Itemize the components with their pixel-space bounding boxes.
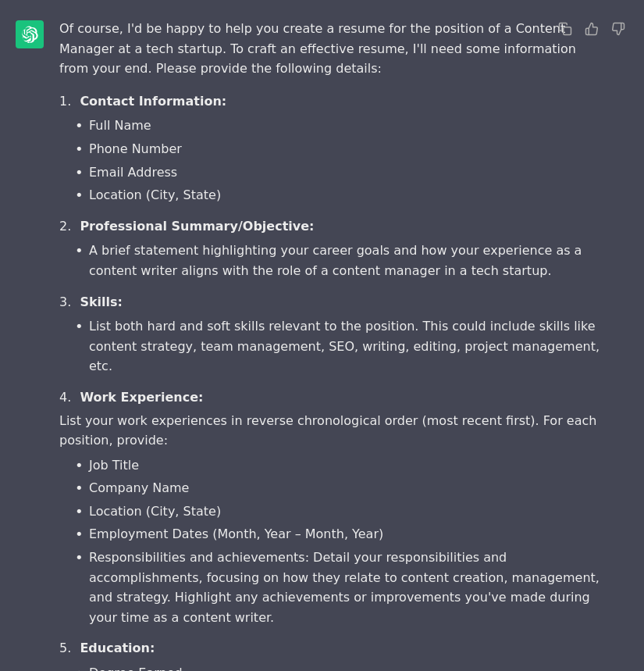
action-icons-group [555, 19, 628, 39]
list-item: Location (City, State) [75, 501, 606, 522]
list-item: Full Name [75, 116, 606, 136]
thumbs-down-button[interactable] [608, 19, 628, 39]
education-items: Degree Earned Major (if applicable) Univ… [59, 663, 606, 671]
section-skills-title: Skills: [80, 294, 123, 309]
message-container: Of course, I'd be happy to help you crea… [0, 0, 644, 671]
section-contact: Contact Information: Full Name Phone Num… [59, 91, 606, 205]
list-item: Phone Number [75, 139, 606, 159]
copy-button[interactable] [555, 19, 575, 39]
svg-rect-0 [564, 27, 571, 35]
list-item: Degree Earned [75, 663, 606, 671]
summary-items: A brief statement highlighting your care… [59, 241, 606, 280]
work-items: Job Title Company Name Location (City, S… [59, 455, 606, 628]
list-item: A brief statement highlighting your care… [75, 241, 606, 280]
thumbs-up-button[interactable] [582, 19, 602, 39]
section-work: Work Experience: List your work experien… [59, 387, 606, 628]
list-item: Job Title [75, 455, 606, 476]
list-item: Location (City, State) [75, 185, 606, 205]
list-item: Employment Dates (Month, Year – Month, Y… [75, 524, 606, 544]
list-item: Responsibilities and achievements: Detai… [75, 548, 606, 627]
work-description: List your work experiences in reverse ch… [59, 411, 606, 451]
contact-items: Full Name Phone Number Email Address Loc… [59, 116, 606, 205]
list-item: Company Name [75, 478, 606, 498]
section-contact-title: Contact Information: [80, 94, 226, 109]
skills-items: List both hard and soft skills relevant … [59, 316, 606, 377]
chatgpt-avatar [16, 20, 44, 48]
intro-paragraph: Of course, I'd be happy to help you crea… [59, 19, 606, 79]
section-summary-title: Professional Summary/Objective: [80, 219, 314, 234]
section-summary: Professional Summary/Objective: A brief … [59, 216, 606, 281]
section-education-title: Education: [80, 641, 155, 655]
message-body: Of course, I'd be happy to help you crea… [59, 19, 606, 671]
section-education: Education: Degree Earned Major (if appli… [59, 638, 606, 671]
list-item: List both hard and soft skills relevant … [75, 316, 606, 377]
section-skills: Skills: List both hard and soft skills r… [59, 292, 606, 377]
sections-list: Contact Information: Full Name Phone Num… [59, 91, 606, 671]
section-work-title: Work Experience: [80, 390, 203, 405]
list-item: Email Address [75, 162, 606, 183]
